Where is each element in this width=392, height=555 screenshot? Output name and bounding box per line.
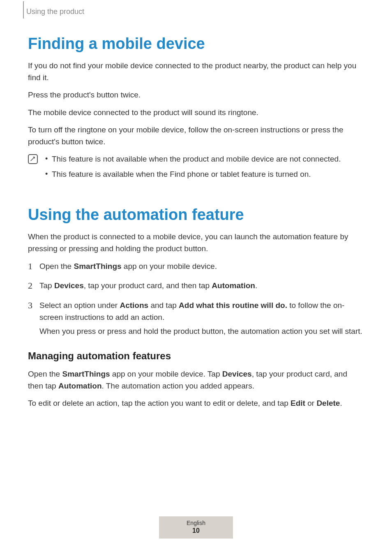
step-followup-text: When you press or press and hold the pro… bbox=[39, 325, 364, 337]
bold-text: Devices bbox=[222, 370, 252, 378]
note-item: This feature is not available when the p… bbox=[44, 153, 364, 165]
text: Open the bbox=[39, 262, 74, 271]
note-icon-container bbox=[28, 153, 44, 164]
bold-text: Actions bbox=[120, 301, 148, 310]
header-divider bbox=[23, 1, 24, 18]
step-number: 3 bbox=[28, 299, 39, 312]
footer-page-number: 10 bbox=[159, 527, 233, 534]
bold-text: SmartThings bbox=[62, 370, 110, 378]
text: . bbox=[255, 281, 257, 290]
page-content: Finding a mobile device If you do not fi… bbox=[0, 0, 392, 409]
bold-text: Devices bbox=[54, 281, 84, 290]
note-list: This feature is not available when the p… bbox=[44, 153, 364, 183]
page-footer: English 10 bbox=[159, 516, 233, 539]
paragraph: To turn off the ringtone on your mobile … bbox=[28, 124, 364, 148]
heading-automation-feature: Using the automation feature bbox=[28, 206, 364, 224]
text: app on your mobile device. bbox=[122, 262, 217, 271]
bold-text: Delete bbox=[316, 399, 340, 407]
step-number: 1 bbox=[28, 260, 39, 273]
step-3: 3 Select an option under Actions and tap… bbox=[28, 299, 364, 339]
text: Select an option under bbox=[39, 301, 120, 310]
step-2: 2 Tap Devices, tap your product card, an… bbox=[28, 280, 364, 293]
text: Tap bbox=[39, 281, 54, 290]
note-icon bbox=[28, 154, 38, 164]
subheading-managing-automation: Managing automation features bbox=[28, 350, 364, 362]
running-header: Using the product bbox=[26, 7, 84, 16]
text: To edit or delete an action, tap the act… bbox=[28, 399, 291, 407]
text: or bbox=[305, 399, 316, 407]
step-text: Tap Devices, tap your product card, and … bbox=[39, 280, 364, 293]
footer-language: English bbox=[159, 520, 233, 526]
bold-text: SmartThings bbox=[74, 262, 121, 271]
note-item: This feature is available when the Find … bbox=[44, 169, 364, 180]
step-1: 1 Open the SmartThings app on your mobil… bbox=[28, 260, 364, 274]
paragraph: If you do not find your mobile device co… bbox=[28, 60, 364, 83]
bold-text: Add what this routine will do. bbox=[179, 301, 287, 310]
bold-text: Automation bbox=[212, 281, 255, 290]
text: . The automation action you added appear… bbox=[102, 382, 254, 390]
bold-text: Automation bbox=[58, 382, 102, 390]
paragraph: When the product is connected to a mobil… bbox=[28, 231, 364, 254]
paragraph: Open the SmartThings app on your mobile … bbox=[28, 368, 364, 392]
paragraph: To edit or delete an action, tap the act… bbox=[28, 398, 364, 409]
text: Open the bbox=[28, 370, 62, 378]
text: . bbox=[340, 399, 342, 407]
paragraph: Press the product's button twice. bbox=[28, 89, 364, 101]
heading-finding-mobile-device: Finding a mobile device bbox=[28, 35, 364, 53]
text: app on your mobile device. Tap bbox=[110, 370, 222, 378]
numbered-steps: 1 Open the SmartThings app on your mobil… bbox=[28, 260, 364, 339]
text: and tap bbox=[148, 301, 179, 310]
bold-text: Edit bbox=[291, 399, 305, 407]
note-block: This feature is not available when the p… bbox=[28, 153, 364, 183]
step-text: Open the SmartThings app on your mobile … bbox=[39, 260, 364, 274]
text: , tap your product card, and then tap bbox=[84, 281, 212, 290]
paragraph: The mobile device connected to the produ… bbox=[28, 107, 364, 119]
step-text: Select an option under Actions and tap A… bbox=[39, 299, 364, 339]
step-number: 2 bbox=[28, 280, 39, 292]
